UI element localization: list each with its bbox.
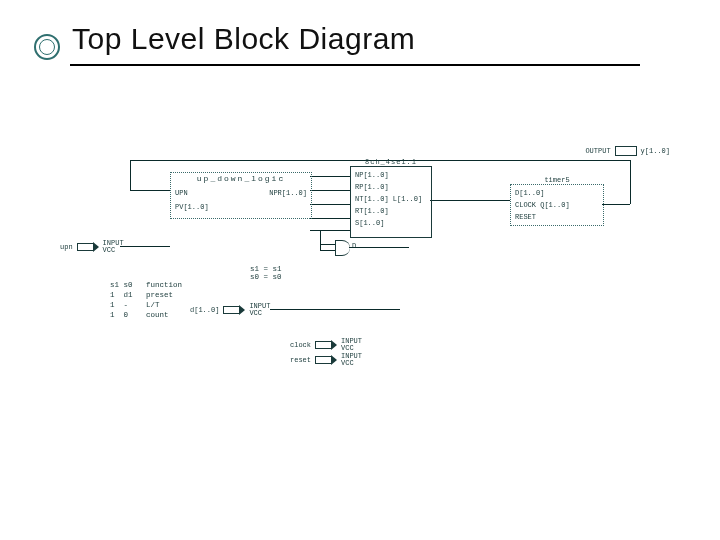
block-up-down-logic-title: up_down_logic: [177, 174, 305, 183]
pin-d-net: VCC: [249, 310, 270, 317]
note-eq1: s1 = s1: [250, 265, 282, 273]
pin-d: d[1..0] INPUT VCC: [190, 305, 270, 315]
output-pin: OUTPUT y[1..0]: [585, 146, 670, 156]
input-pin-icon: [77, 243, 99, 251]
pin-clock-net: VCC: [341, 345, 362, 352]
port-upn: UPN: [175, 189, 188, 197]
block-up-down-logic: up_down_logic UPN NPR[1..0] PV[1..0]: [170, 172, 312, 219]
block-timer-title: timer5: [511, 176, 603, 184]
sel-port-3: RT[1..0]: [355, 207, 389, 215]
output-name: y[1..0]: [641, 147, 670, 155]
pin-upn-net: VCC: [103, 247, 124, 254]
pin-upn-name: upn: [60, 243, 73, 251]
block-diagram: OUTPUT y[1..0] up_down_logic UPN NPR[1..…: [60, 150, 660, 410]
function-table-row-1: 1 - L/T: [110, 301, 160, 309]
pin-reset-net: VCC: [341, 360, 362, 367]
signal-notes: s1 = s1 s0 = s0: [250, 265, 282, 281]
sel-port-0: NP[1..0]: [355, 171, 389, 179]
title-underline: [70, 64, 640, 66]
output-type: OUTPUT: [585, 147, 610, 155]
function-table-header: s1 s0 function: [110, 281, 182, 289]
slide-title: Top Level Block Diagram: [72, 22, 415, 56]
input-pin-icon: [315, 356, 337, 364]
note-eq2: s0 = s0: [250, 273, 282, 281]
input-pin-icon: [315, 341, 337, 349]
input-pin-icon: [223, 306, 245, 314]
pin-reset: reset INPUT VCC: [290, 355, 362, 365]
sel-port-4: S[1..0]: [355, 219, 384, 227]
function-table: s1 s0 function 1 d1 preset 1 - L/T 1 0 c…: [110, 280, 182, 321]
sel-port-1: RP[1..0]: [355, 183, 389, 191]
timer-port-2: RESET: [515, 213, 536, 221]
title-bullet-icon: [34, 34, 60, 60]
block-sel-title: 8ch_4sel:1: [351, 158, 431, 166]
pin-clock-name: clock: [290, 341, 311, 349]
pin-reset-name: reset: [290, 356, 311, 364]
sel-port-2: NT[1..0] L[1..0]: [355, 195, 422, 203]
port-pv: PV[1..0]: [175, 203, 209, 211]
output-pin-icon: [615, 146, 637, 156]
block-timer: timer5 D[1..0] CLOCK Q[1..0] RESET: [510, 184, 604, 226]
function-table-row-2: 1 0 count: [110, 311, 169, 319]
and-gate-icon: [335, 240, 350, 256]
timer-port-0: D[1..0]: [515, 189, 544, 197]
port-npr: NPR[1..0]: [269, 189, 307, 197]
block-sel: 8ch_4sel:1 NP[1..0] RP[1..0] NT[1..0] L[…: [350, 166, 432, 238]
pin-clock: clock INPUT VCC: [290, 340, 362, 350]
timer-port-1: CLOCK Q[1..0]: [515, 201, 570, 209]
pin-d-name: d[1..0]: [190, 306, 219, 314]
pin-upn: upn INPUT VCC: [60, 242, 124, 252]
function-table-row-0: 1 d1 preset: [110, 291, 173, 299]
